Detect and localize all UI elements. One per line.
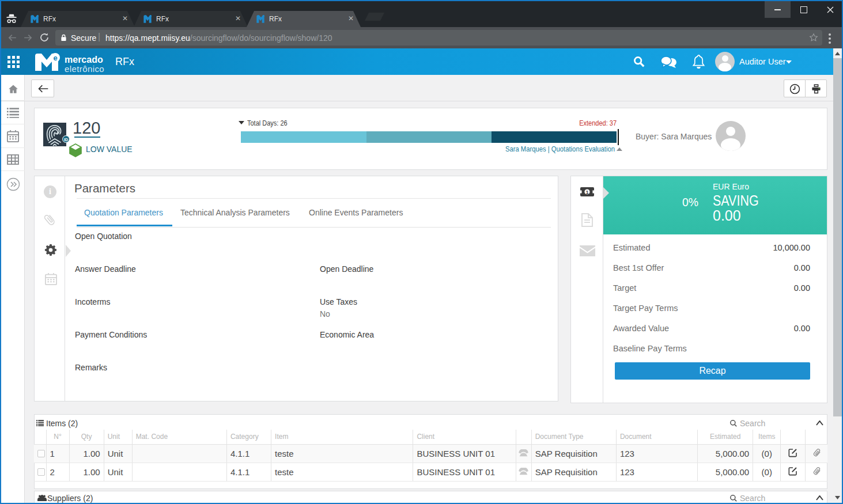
svg-text:e: e [53, 54, 57, 62]
svg-text:1: 1 [585, 190, 588, 195]
